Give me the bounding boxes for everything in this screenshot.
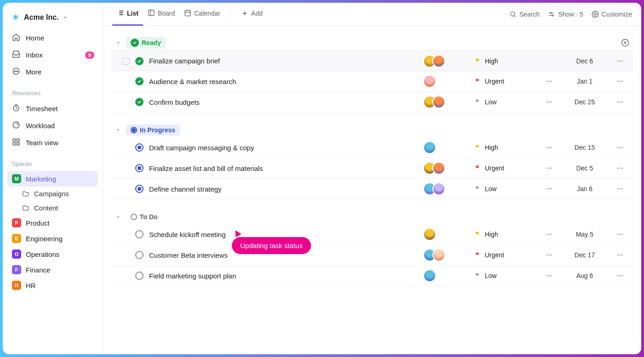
workspace-switcher[interactable]: Acme Inc. [7,10,98,28]
subtasks-indicator[interactable]: ⋯ [540,144,558,151]
subtasks-indicator[interactable]: ⋯ [540,231,558,238]
caret-down-icon[interactable] [115,40,121,46]
avatar[interactable] [432,55,445,68]
due-date[interactable]: Aug 6 [564,272,605,279]
space-operations[interactable]: OOperations [7,246,98,262]
task-status-icon[interactable] [135,98,144,106]
priority-cell[interactable]: High [475,144,535,151]
task-row[interactable]: Define channel strategy Low ⋯ Jan 6 ⋯ [111,179,633,199]
add-task-button[interactable] [621,39,629,47]
row-more-button[interactable]: ⋯ [611,144,629,151]
nav-home[interactable]: Home [7,29,98,46]
view-tab-list[interactable]: List [112,3,143,26]
due-date[interactable]: Dec 6 [564,57,605,65]
priority-cell[interactable]: Low [475,98,535,106]
group-header[interactable]: To Do [111,210,633,224]
customize-button[interactable]: Customize [592,11,632,18]
avatar[interactable] [423,75,436,88]
priority-cell[interactable]: Urgent [475,164,535,172]
status-pill[interactable]: Ready [126,37,166,49]
assignees[interactable] [423,228,469,241]
subtasks-indicator[interactable]: ⋯ [540,98,558,106]
due-date[interactable]: Jan 6 [564,185,605,193]
row-more-button[interactable]: ⋯ [611,185,629,193]
resource-team-view[interactable]: Team view [7,134,98,151]
row-more-button[interactable]: ⋯ [611,272,629,279]
avatar[interactable] [432,96,445,108]
show-columns-button[interactable]: Show · 5 [548,11,583,18]
assignees[interactable] [423,182,469,195]
task-row[interactable]: Finalize asset list and bill of material… [111,158,633,179]
assignees[interactable] [423,249,469,261]
priority-cell[interactable]: High [475,57,535,65]
due-date[interactable]: Dec 5 [564,164,605,172]
space-hr[interactable]: HHR [7,278,98,293]
due-date[interactable]: Dec 15 [564,144,605,151]
task-row[interactable]: Confirm budgets Low ⋯ Dec 25 ⋯ [111,92,633,113]
status-pill[interactable]: To Do [126,211,162,222]
task-row[interactable]: Finalize campaign brief High Dec 6 ⋯ [111,51,633,71]
task-checkbox[interactable] [122,57,130,65]
view-tab-board[interactable]: Board [143,3,179,26]
space-product[interactable]: PProduct [7,215,98,231]
due-date[interactable]: May 5 [564,231,605,238]
task-row[interactable]: Schedule kickoff meeting High ⋯ May 5 ⋯ [111,224,633,245]
resource-timesheet[interactable]: Timesheet [7,100,98,117]
subtasks-indicator[interactable]: ⋯ [540,78,558,85]
task-row[interactable]: Audience & market research Urgent ⋯ Jan … [111,71,633,92]
task-status-icon[interactable] [135,57,144,65]
avatar[interactable] [432,249,445,261]
task-status-icon[interactable] [135,272,144,280]
caret-down-icon[interactable] [115,214,121,220]
space-finance[interactable]: FFinance [7,262,98,278]
row-more-button[interactable]: ⋯ [611,78,629,85]
subtasks-indicator[interactable]: ⋯ [540,185,558,193]
row-more-button[interactable]: ⋯ [611,164,629,172]
view-tab-calendar[interactable]: Calendar [179,3,225,26]
task-status-icon[interactable] [135,164,144,172]
task-row[interactable]: Draft campaign messaging & copy High ⋯ D… [111,137,633,158]
assignees[interactable] [423,75,469,88]
add-view-button[interactable]: Add [236,3,267,26]
row-more-button[interactable]: ⋯ [611,57,629,65]
task-row[interactable]: Customer Beta interviews Urgent ⋯ Dec 17… [111,245,633,266]
due-date[interactable]: Dec 17 [564,251,605,259]
assignees[interactable] [423,269,469,282]
space-engineering[interactable]: EEngineering [7,231,98,246]
avatar[interactable] [423,141,436,154]
row-more-button[interactable]: ⋯ [611,98,629,106]
subtasks-indicator[interactable]: ⋯ [540,272,558,279]
avatar[interactable] [423,269,436,282]
priority-cell[interactable]: Urgent [475,78,535,85]
caret-down-icon[interactable] [115,127,121,133]
assignees[interactable] [423,96,469,108]
task-status-icon[interactable] [135,143,144,152]
task-row[interactable]: Field marketing support plan Low ⋯ Aug 6… [111,266,633,286]
folder-campaigns[interactable]: Campaigns [7,187,98,201]
assignees[interactable] [423,162,469,175]
subtasks-indicator[interactable]: ⋯ [540,251,558,259]
priority-cell[interactable]: High [475,231,535,238]
priority-cell[interactable]: Low [475,185,535,193]
avatar[interactable] [423,228,436,241]
task-status-icon[interactable] [135,230,144,238]
nav-more[interactable]: More [7,63,98,80]
folder-content[interactable]: Content [7,201,98,215]
avatar[interactable] [432,182,445,195]
task-status-icon[interactable] [135,185,144,193]
group-header[interactable]: In Progress [111,123,633,137]
assignees[interactable] [423,141,469,154]
avatar[interactable] [432,162,445,175]
group-header[interactable]: Ready [111,35,633,51]
due-date[interactable]: Jan 1 [564,78,605,85]
task-status-icon[interactable] [135,77,144,85]
due-date[interactable]: Dec 25 [564,98,605,106]
search-button[interactable]: Search [509,11,540,18]
nav-inbox[interactable]: Inbox9 [7,46,98,63]
priority-cell[interactable]: Urgent [475,251,535,259]
assignees[interactable] [423,55,469,68]
row-more-button[interactable]: ⋯ [611,251,629,259]
task-status-icon[interactable] [135,251,144,259]
status-pill[interactable]: In Progress [126,125,180,136]
resource-workload[interactable]: Workload [7,117,98,134]
